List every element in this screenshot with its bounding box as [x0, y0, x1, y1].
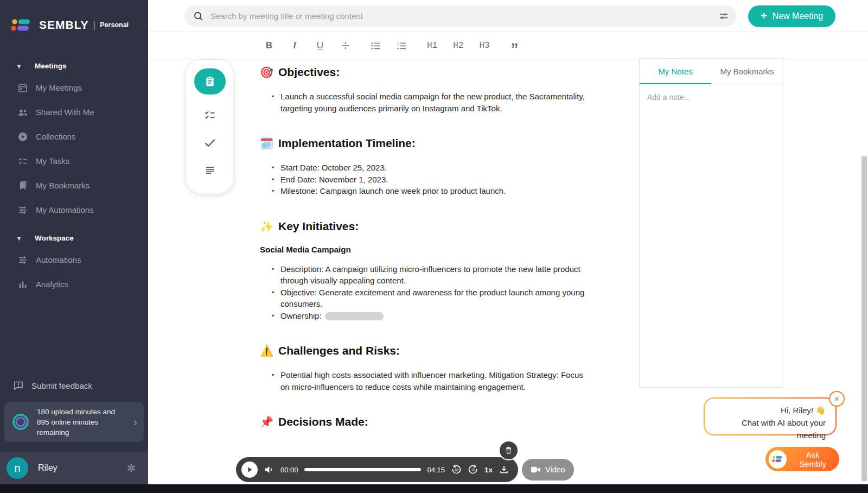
bullet-list-button[interactable] — [371, 41, 381, 51]
filter-icon[interactable] — [718, 11, 729, 22]
strikethrough-button[interactable] — [341, 41, 350, 50]
numbered-list-button[interactable] — [397, 41, 407, 51]
meeting-notes-document[interactable]: 🎯 Objectives: Launch a successful social… — [260, 65, 588, 451]
download-icon[interactable] — [499, 464, 509, 475]
nav-gap — [0, 222, 148, 229]
people-icon — [17, 107, 28, 118]
bullet-item: Milestone: Campaign launch one week prio… — [272, 185, 588, 197]
page-scrollbar[interactable] — [861, 156, 867, 481]
meeting-notes-view-button[interactable] — [194, 68, 226, 94]
pushpin-emoji-icon: 📌 — [260, 414, 273, 429]
brand-logo: SEMBLY | Personal — [0, 0, 148, 33]
user-row[interactable]: n Riley — [0, 452, 148, 484]
italic-button[interactable]: I — [290, 40, 299, 51]
caret-down-icon: ▾ — [17, 62, 28, 70]
chat-greeting: Hi, Riley! 👋 — [711, 404, 826, 416]
section-key-initiatives: ✨ Key Initiatives: Social Media Campaign… — [260, 219, 588, 322]
close-icon: × — [834, 394, 839, 404]
seek-bar[interactable] — [304, 468, 422, 471]
bullet-item-ownership: Ownership: — [272, 310, 588, 322]
section-heading: 📌 Decisions Made: — [260, 414, 588, 429]
check-icon — [203, 136, 217, 150]
ai-chat-popup: Hi, Riley! 👋 Chat with AI about your mee… — [704, 397, 837, 435]
section-heading: ✨ Key Initiatives: — [260, 219, 588, 234]
close-chat-popup-button[interactable]: × — [829, 391, 845, 407]
formatting-toolbar: B I U H1 H2 H3 ” — [148, 32, 868, 60]
underline-button[interactable]: U — [315, 40, 325, 51]
feedback-icon — [13, 380, 24, 391]
svg-text:10: 10 — [454, 468, 458, 472]
rewind-10-icon[interactable]: 10 — [451, 464, 462, 475]
minutes-remaining-card[interactable]: 180 upload minutes and 895 online minute… — [4, 402, 144, 442]
quote-button[interactable]: ” — [510, 40, 520, 52]
section-heading: 🎯 Objectives: — [260, 65, 588, 80]
user-name: Riley — [38, 463, 125, 473]
bold-button[interactable]: B — [264, 40, 274, 51]
section-decisions-made: 📌 Decisions Made: — [260, 414, 588, 429]
bullet-item: Launch a successful social media campaig… — [272, 91, 588, 114]
sidebar-item-my-tasks[interactable]: My Tasks — [0, 149, 148, 173]
playback-speed-button[interactable]: 1x — [484, 466, 493, 474]
calendar-emoji-icon: 🗓️ — [260, 136, 273, 151]
sidebar-item-analytics[interactable]: Analytics — [0, 272, 148, 296]
tasks-view-button[interactable] — [203, 108, 217, 122]
delete-recording-button[interactable] — [499, 440, 519, 460]
tab-my-notes[interactable]: My Notes — [640, 59, 711, 84]
decisions-view-button[interactable] — [203, 136, 217, 150]
brand-divider: | — [93, 20, 96, 31]
bullet-item: Start Date: October 25, 2023. — [272, 162, 588, 174]
subsection-heading: Social Media Campaign — [260, 245, 588, 254]
search-bar[interactable] — [184, 5, 737, 27]
bar-chart-icon — [17, 279, 28, 290]
h3-button[interactable]: H3 — [479, 41, 489, 50]
volume-icon[interactable] — [264, 464, 275, 475]
chat-message: Chat with AI about your meeting — [711, 416, 826, 441]
minutes-gauge-icon — [11, 412, 30, 432]
caret-down-icon: ▾ — [17, 235, 28, 242]
warning-emoji-icon: ⚠️ — [260, 343, 273, 358]
sidebar-item-my-automations[interactable]: My Automations — [0, 198, 148, 222]
automation-arrows-icon — [17, 255, 28, 266]
bullet-item: Description: A campaign utilizing micro-… — [272, 263, 588, 287]
trash-icon — [504, 446, 513, 455]
avatar[interactable]: n — [7, 457, 28, 479]
sidebar-item-my-bookmarks[interactable]: My Bookmarks — [0, 173, 148, 198]
h1-button[interactable]: H1 — [427, 41, 437, 50]
section-heading: 🗓️ Implementation Timeline: — [260, 136, 588, 151]
ai-chat-popup-body: Hi, Riley! 👋 Chat with AI about your mee… — [705, 399, 835, 434]
play-button[interactable] — [241, 462, 258, 478]
sidebar-item-my-meetings[interactable]: My Meetings — [0, 75, 148, 100]
current-time: 00:00 — [280, 466, 298, 474]
calendar-icon — [17, 83, 28, 93]
tab-my-bookmarks[interactable]: My Bookmarks — [711, 59, 783, 84]
sidebar-item-automations[interactable]: Automations — [0, 248, 148, 272]
notes-panel: My Notes My Bookmarks Add a note... — [639, 58, 783, 388]
text-lines-icon — [203, 164, 216, 177]
play-circle-icon — [17, 131, 28, 142]
forward-10-icon[interactable]: 10 — [468, 464, 478, 475]
gear-icon[interactable] — [125, 462, 137, 474]
minutes-remaining-text: 180 upload minutes and 895 online minute… — [37, 407, 132, 438]
bullet-item: Objective: Generate excitement and aware… — [272, 287, 588, 310]
sidebar-section-meetings[interactable]: ▾ Meetings — [0, 56, 148, 75]
redacted-name-pill — [325, 312, 384, 320]
sidebar-item-shared-with-me[interactable]: Shared With Me — [0, 100, 148, 124]
video-button[interactable]: Video — [522, 459, 574, 481]
search-input[interactable] — [210, 11, 718, 21]
transcript-view-button[interactable] — [203, 163, 217, 178]
checklist-icon — [17, 156, 28, 167]
submit-feedback-button[interactable]: Submit feedback — [13, 380, 92, 391]
audio-player: 00:00 04:15 10 10 1x — [236, 457, 518, 482]
sidebar-section-workspace[interactable]: ▾ Workspace — [0, 229, 148, 248]
sidebar-item-collections[interactable]: Collections — [0, 124, 148, 149]
note-input[interactable]: Add a note... — [640, 84, 783, 387]
clipboard-icon — [204, 75, 216, 87]
h2-button[interactable]: H2 — [453, 41, 463, 50]
svg-text:10: 10 — [471, 468, 475, 472]
new-meeting-button[interactable]: + New Meeting — [748, 5, 835, 27]
sidebar: SEMBLY | Personal ▾ Meetings My Meetings… — [0, 0, 148, 484]
target-emoji-icon: 🎯 — [260, 65, 273, 80]
ask-sembly-button[interactable]: Ask Sembly — [765, 447, 839, 471]
play-icon — [246, 466, 253, 473]
sidebar-nav: ▾ Meetings My Meetings Shared With Me — [0, 56, 148, 296]
